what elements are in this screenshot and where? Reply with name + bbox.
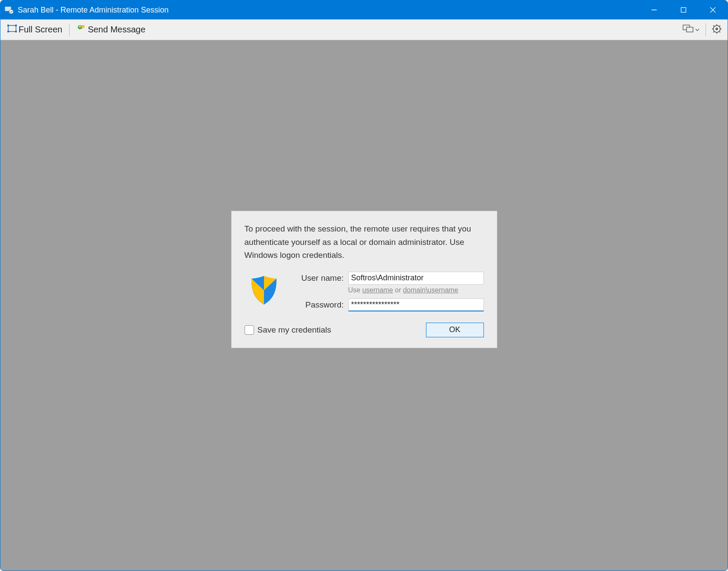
svg-point-17	[715, 28, 718, 30]
chevron-down-icon	[695, 26, 699, 34]
gear-icon	[712, 24, 722, 35]
svg-line-22	[713, 25, 715, 27]
auth-message: To proceed with the session, the remote …	[245, 222, 484, 262]
svg-rect-15	[687, 27, 693, 32]
save-credentials-checkbox[interactable]: Save my credentials	[245, 325, 331, 335]
app-icon	[4, 5, 14, 15]
toolbar: Full Screen Send Message	[0, 19, 728, 40]
hint-domain-link[interactable]: domain\username	[403, 286, 458, 294]
password-input[interactable]	[348, 298, 484, 311]
ok-button[interactable]: OK	[426, 323, 484, 337]
svg-rect-11	[15, 31, 17, 32]
save-credentials-label: Save my credentials	[258, 325, 331, 335]
window-controls	[639, 0, 728, 19]
svg-line-24	[719, 25, 720, 27]
maximize-button[interactable]	[669, 0, 698, 19]
svg-point-13	[79, 25, 81, 27]
username-hint: Use username or domain\username	[348, 286, 484, 294]
remote-desktop-area: To proceed with the session, the remote …	[0, 40, 728, 571]
checkbox-icon	[245, 325, 254, 335]
toolbar-separator-2	[706, 23, 706, 36]
monitors-icon	[683, 25, 694, 35]
full-screen-button[interactable]: Full Screen	[4, 22, 66, 37]
monitors-dropdown-button[interactable]	[680, 23, 702, 37]
svg-rect-4	[681, 8, 686, 13]
shield-icon	[247, 273, 281, 313]
toolbar-separator	[69, 23, 70, 36]
send-message-button[interactable]: Send Message	[73, 22, 149, 37]
auth-dialog: To proceed with the session, the remote …	[231, 211, 497, 348]
full-screen-label: Full Screen	[19, 25, 62, 35]
full-screen-icon	[7, 24, 17, 35]
minimize-button[interactable]	[639, 0, 669, 19]
send-message-label: Send Message	[88, 25, 145, 35]
password-label: Password:	[296, 300, 344, 310]
username-label: User name:	[296, 273, 344, 283]
app-window: Sarah Bell - Remote Administration Sessi…	[0, 0, 728, 571]
svg-rect-7	[8, 25, 16, 32]
svg-rect-10	[7, 31, 9, 32]
send-message-icon	[76, 24, 86, 35]
hint-username-link[interactable]: username	[362, 286, 393, 294]
svg-rect-8	[7, 25, 9, 26]
svg-rect-9	[15, 25, 17, 26]
svg-line-23	[719, 31, 720, 32]
svg-line-25	[713, 31, 715, 32]
window-title: Sarah Bell - Remote Administration Sessi…	[18, 6, 639, 15]
username-input[interactable]	[348, 272, 484, 285]
close-button[interactable]	[698, 0, 728, 19]
settings-button[interactable]	[709, 22, 724, 37]
titlebar: Sarah Bell - Remote Administration Sessi…	[0, 0, 728, 19]
